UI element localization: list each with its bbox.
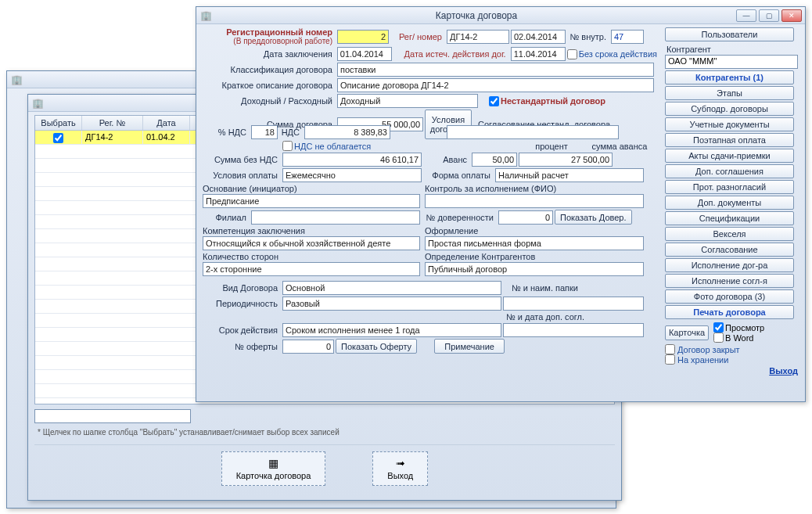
reg-no-field[interactable] bbox=[447, 30, 509, 44]
closed-option[interactable]: Договор закрыт bbox=[665, 344, 798, 354]
vat-pct-field[interactable] bbox=[251, 125, 278, 139]
side-button-5[interactable]: Акты сдачи-приемки bbox=[665, 149, 794, 163]
word-checkbox[interactable] bbox=[713, 332, 724, 343]
side-button-2[interactable]: Субподр. договоры bbox=[665, 102, 794, 116]
maximize-button[interactable]: ▢ bbox=[759, 9, 779, 22]
contract-card-window: Карточка договора — ▢ ✕ Регистрационный … bbox=[196, 6, 806, 402]
card-icon: ▦ bbox=[268, 457, 278, 469]
contract-type-field[interactable] bbox=[282, 281, 501, 295]
lbl-vat: НДС bbox=[279, 128, 303, 137]
exit-button[interactable]: ➟ Выход bbox=[372, 451, 428, 486]
side-button-1[interactable]: Этапы bbox=[665, 86, 794, 100]
side-button-6[interactable]: Доп. соглашения bbox=[665, 164, 794, 178]
vat-field[interactable] bbox=[304, 125, 390, 139]
lbl-income-expense: Доходный / Расходный bbox=[203, 96, 336, 106]
side-button-15[interactable]: Печать договора bbox=[665, 305, 794, 319]
close-button[interactable]: ✕ bbox=[781, 9, 802, 22]
side-button-8[interactable]: Доп. документы bbox=[665, 196, 794, 210]
lbl-proxy-no: № доверенности bbox=[422, 213, 497, 222]
date-contract-field[interactable] bbox=[337, 47, 392, 61]
form-area: Регистрационный номер (В преддоговорной … bbox=[203, 27, 660, 376]
lbl-vat-pct: % НДС bbox=[203, 128, 250, 137]
closed-checkbox[interactable] bbox=[665, 344, 675, 354]
nonstandard-agree-field[interactable] bbox=[447, 125, 619, 139]
lbl-periodicity: Периодичность bbox=[203, 299, 281, 308]
lbl-folder: № и наим. папки bbox=[503, 283, 581, 293]
preview-option[interactable]: Просмотр bbox=[713, 322, 764, 332]
control-fio-field[interactable] bbox=[425, 194, 644, 208]
archived-checkbox[interactable] bbox=[665, 354, 675, 365]
preview-checkbox[interactable] bbox=[713, 322, 724, 332]
basis-field[interactable] bbox=[203, 194, 420, 208]
no-expiry-checkbox[interactable] bbox=[567, 49, 577, 59]
show-offer-button[interactable]: Показать Оферту bbox=[336, 339, 417, 354]
advance-pct-field[interactable] bbox=[472, 153, 517, 167]
extra-agr-field[interactable] bbox=[503, 323, 644, 337]
branch-field[interactable] bbox=[251, 210, 420, 225]
advance-sum-field[interactable] bbox=[519, 153, 613, 167]
note-button[interactable]: Примечание bbox=[434, 339, 505, 354]
reg-num-field[interactable] bbox=[337, 30, 389, 44]
pay-terms-field[interactable] bbox=[282, 168, 422, 182]
filter-input[interactable] bbox=[34, 409, 191, 423]
minimize-button[interactable]: — bbox=[736, 9, 756, 22]
side-button-14[interactable]: Фото договора (3) bbox=[665, 289, 794, 304]
parties-field[interactable] bbox=[203, 262, 420, 276]
folder-field[interactable] bbox=[503, 297, 644, 311]
side-button-0[interactable]: Контрагенты (1) bbox=[665, 70, 794, 84]
nonstandard-checkbox[interactable] bbox=[489, 96, 499, 106]
lbl-pay-terms: Условия оплаты bbox=[203, 171, 281, 180]
col-regno[interactable]: Рег. № bbox=[82, 116, 143, 130]
income-expense-field[interactable] bbox=[337, 94, 478, 108]
side-button-13[interactable]: Исполнение согл-я bbox=[665, 274, 794, 288]
window-title: Карточка договора bbox=[217, 10, 736, 21]
side-button-4[interactable]: Поэтапная оплата bbox=[665, 133, 794, 147]
pay-form-field[interactable] bbox=[495, 168, 644, 182]
row-select-checkbox[interactable] bbox=[53, 133, 63, 143]
side-button-11[interactable]: Согласование bbox=[665, 243, 794, 257]
lbl-basis: Основание (инициатор) bbox=[203, 184, 423, 193]
lbl-percent: процент bbox=[526, 142, 580, 151]
users-button[interactable]: Пользователи bbox=[665, 27, 794, 41]
validity-field[interactable] bbox=[282, 323, 501, 337]
side-button-3[interactable]: Учетные документы bbox=[665, 117, 794, 131]
side-button-10[interactable]: Векселя bbox=[665, 227, 794, 241]
reg-date-field[interactable] bbox=[511, 30, 566, 44]
inner-no-field[interactable] bbox=[611, 30, 644, 44]
lbl-offer-no: № оферты bbox=[203, 342, 281, 351]
col-date[interactable]: Дата bbox=[143, 116, 190, 130]
side-button-9[interactable]: Спецификации bbox=[665, 211, 794, 225]
lbl-contract-type: Вид Договора bbox=[203, 283, 281, 293]
lbl-parties: Количество сторон bbox=[203, 252, 423, 261]
titlebar-main[interactable]: Карточка договора — ▢ ✕ bbox=[196, 7, 805, 24]
lbl-short-desc: Краткое описание договора bbox=[203, 81, 336, 90]
lbl-control-fio: Контроль за исполнением (ФИО) bbox=[425, 184, 660, 193]
show-proxy-button[interactable]: Показать Довер. bbox=[555, 210, 632, 225]
row-date: 01.04.2 bbox=[143, 131, 190, 144]
vat-free-checkbox[interactable] bbox=[282, 141, 293, 151]
archived-option[interactable]: На хранении bbox=[665, 354, 798, 365]
short-desc-field[interactable] bbox=[337, 78, 654, 92]
counterparty-def-field[interactable] bbox=[425, 262, 644, 276]
side-button-12[interactable]: Исполнение дог-ра bbox=[665, 258, 794, 272]
word-option[interactable]: В Word bbox=[713, 332, 764, 343]
col-select[interactable]: Выбрать bbox=[35, 116, 82, 130]
competence-field[interactable] bbox=[203, 236, 420, 250]
periodicity-field[interactable] bbox=[282, 297, 501, 311]
date-expire-field[interactable] bbox=[511, 47, 566, 61]
lbl-inner-no: № внутр. bbox=[567, 32, 609, 41]
exit-link[interactable]: Выход bbox=[769, 366, 798, 376]
proxy-no-field[interactable] bbox=[498, 210, 553, 225]
card-button[interactable]: ▦ Карточка договора bbox=[221, 451, 326, 486]
paperwork-field[interactable] bbox=[425, 236, 644, 250]
app-icon bbox=[199, 9, 212, 22]
card-tab-button[interactable]: Карточка bbox=[665, 325, 709, 340]
sum-wo-vat-field[interactable] bbox=[282, 153, 422, 167]
kontragent-field[interactable]: ОАО "МММ" bbox=[665, 55, 798, 69]
lbl-nonstandard: Нестандартный договор bbox=[501, 96, 609, 106]
side-button-7[interactable]: Прот. разногласий bbox=[665, 180, 794, 194]
lbl-date-expire: Дата истеч. действия дог. bbox=[393, 49, 509, 59]
lbl-counterparty-def: Определение Контрагентов bbox=[425, 252, 660, 261]
classification-field[interactable] bbox=[337, 63, 654, 77]
offer-no-field[interactable] bbox=[282, 340, 334, 354]
